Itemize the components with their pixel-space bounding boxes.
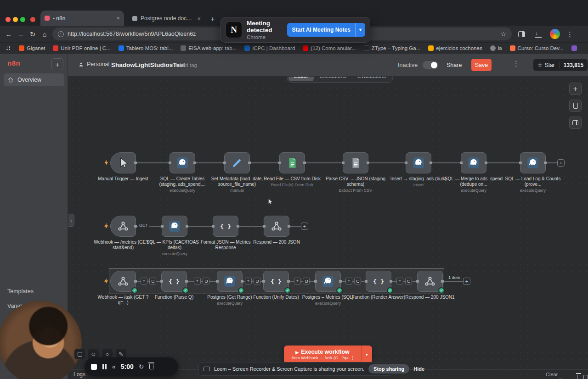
clear-execution-button[interactable]: Clear execution: [546, 372, 588, 379]
github-star-widget[interactable]: Star 133,815: [533, 59, 588, 71]
connection-options-button[interactable]: [405, 278, 412, 284]
tab-close-icon[interactable]: [197, 16, 201, 22]
forward-button[interactable]: [15, 31, 27, 38]
site-info-icon[interactable]: i: [58, 31, 64, 37]
add-node-button[interactable]: [569, 83, 582, 95]
node-insert-staging-ads[interactable]: Insert → staging_ads (bulk) Insert: [386, 152, 451, 187]
active-toggle[interactable]: [423, 61, 438, 69]
stop-recording-button[interactable]: [91, 364, 97, 370]
node-box[interactable]: [224, 152, 250, 173]
node-box[interactable]: [110, 216, 136, 237]
node-function-parse-q[interactable]: Function (Parse Q): [142, 271, 206, 300]
node-respond-200[interactable]: Respond — 200 JSON: [244, 216, 309, 245]
breadcrumb[interactable]: Personal: [78, 61, 109, 67]
node-box[interactable]: [162, 216, 187, 237]
apps-grid-icon[interactable]: [6, 45, 11, 51]
bookmark-item[interactable]: Curso: Curso Dev...: [510, 45, 564, 51]
workflow-menu-icon[interactable]: [513, 60, 520, 67]
node-box[interactable]: [343, 152, 368, 173]
node-box[interactable]: [264, 216, 289, 237]
execute-options-chevron[interactable]: [361, 346, 372, 363]
node-box[interactable]: [263, 271, 289, 292]
node-parse-csv[interactable]: Parse CSV → JSON (staging schema) Extrac…: [323, 152, 388, 193]
bookmark-item[interactable]: Unir PDF online | C...: [53, 45, 110, 51]
connection-options-button[interactable]: [203, 278, 209, 284]
node-box[interactable]: [213, 216, 238, 237]
node-box[interactable]: [279, 152, 305, 173]
back-button[interactable]: [3, 31, 15, 38]
connection-add-button[interactable]: [194, 278, 201, 284]
bookmark-item[interactable]: (12) Como anular...: [303, 45, 356, 51]
traffic-close-button[interactable]: [6, 17, 11, 22]
delete-recording-button[interactable]: [149, 364, 153, 369]
node-sql-load-log[interactable]: SQL — Load Log & Counts (prove... execut…: [501, 152, 565, 193]
bookmark-item[interactable]: ia: [490, 45, 502, 51]
connection-options-button[interactable]: [149, 278, 156, 284]
browser-tab-docs[interactable]: Postgres node documentation: [128, 13, 205, 24]
restart-recording-button[interactable]: [139, 363, 144, 370]
node-manual-trigger[interactable]: Manual Trigger — Ingest: [91, 152, 155, 182]
connection-add-button[interactable]: [345, 278, 352, 284]
browser-menu-icon[interactable]: [566, 31, 573, 38]
bookmark-item[interactable]: ICPC | Dashboard: [244, 45, 295, 51]
start-meeting-notes-button[interactable]: Start AI Meeting Notes: [287, 23, 365, 37]
node-box[interactable]: [161, 271, 187, 292]
node-box[interactable]: [461, 152, 486, 173]
traffic-minimize-button[interactable]: [13, 17, 18, 22]
browser-tab-n8n[interactable]: - n8n: [40, 11, 124, 26]
new-tab-button[interactable]: [208, 14, 218, 24]
connection-options-button[interactable]: [254, 278, 260, 284]
crop-tool-button[interactable]: [74, 349, 85, 359]
reload-button[interactable]: [27, 31, 39, 38]
connection-add-button[interactable]: [294, 278, 301, 284]
sidebar-add-button[interactable]: [51, 58, 63, 70]
panel-icon[interactable]: [583, 375, 588, 379]
connection-add-button[interactable]: [396, 278, 403, 284]
node-box[interactable]: [366, 271, 391, 292]
node-box[interactable]: [217, 271, 243, 292]
bookmark-item[interactable]: EISA web-app: tab...: [181, 45, 237, 51]
node-box[interactable]: [315, 271, 341, 292]
bookmark-star-icon[interactable]: [500, 31, 506, 37]
node-box[interactable]: [417, 271, 443, 292]
connection-add-button[interactable]: [141, 278, 147, 284]
connection-add-node-button[interactable]: [301, 223, 308, 230]
chevron-down-icon[interactable]: [355, 23, 365, 37]
tab-close-icon[interactable]: [116, 15, 120, 21]
node-box[interactable]: [170, 152, 195, 173]
home-button[interactable]: [39, 31, 51, 38]
node-box[interactable]: [520, 152, 546, 173]
stop-sharing-button[interactable]: Stop sharing: [368, 364, 409, 373]
node-read-file[interactable]: Read File — CSV from Disk Read File(s) F…: [260, 152, 324, 187]
node-set-metadata[interactable]: Set Metadata (load_date, source_file_nam…: [205, 152, 269, 193]
connection-add-node-button[interactable]: [463, 278, 470, 285]
rewind-button[interactable]: [112, 363, 116, 370]
node-box[interactable]: [406, 152, 431, 173]
node-sql-merge[interactable]: SQL — Merge to ads_spend (dedupe on... e…: [441, 152, 506, 193]
bookmark-item[interactable]: ejercicios cochones: [428, 45, 482, 51]
connection-add-node-button[interactable]: [557, 159, 565, 167]
connection-options-button[interactable]: [303, 278, 310, 284]
hide-share-bar-button[interactable]: Hide: [413, 366, 424, 372]
sidebar-item-templates[interactable]: Templates: [4, 288, 64, 295]
bookmark-item[interactable]: Giganet: [19, 45, 45, 51]
share-button[interactable]: Share: [447, 62, 462, 68]
traffic-zoom-button[interactable]: [20, 17, 25, 22]
pause-recording-button[interactable]: [102, 364, 107, 369]
bookmark-favicon[interactable]: [571, 45, 577, 51]
workflow-title[interactable]: ShadowLightStudiosTest: [111, 61, 185, 68]
layout-panel-button[interactable]: [569, 117, 582, 129]
connection-options-button[interactable]: [354, 278, 361, 284]
connection-add-button[interactable]: [245, 278, 252, 284]
node-box[interactable]: [110, 271, 136, 292]
bookmark-item[interactable]: ZType – Typing Ga...: [364, 45, 421, 51]
save-button[interactable]: Save: [471, 59, 492, 71]
sidebar-collapse-handle[interactable]: [68, 214, 74, 227]
side-panel-icon[interactable]: [518, 31, 525, 37]
logs-panel-toggle[interactable]: Logs: [74, 371, 85, 378]
node-box[interactable]: [110, 152, 136, 173]
sidebar-item-overview[interactable]: Overview: [4, 73, 64, 86]
downloads-icon[interactable]: [535, 31, 542, 38]
bookmark-item[interactable]: Tablero MOS: tabl...: [119, 45, 173, 51]
profile-avatar[interactable]: [550, 29, 560, 39]
